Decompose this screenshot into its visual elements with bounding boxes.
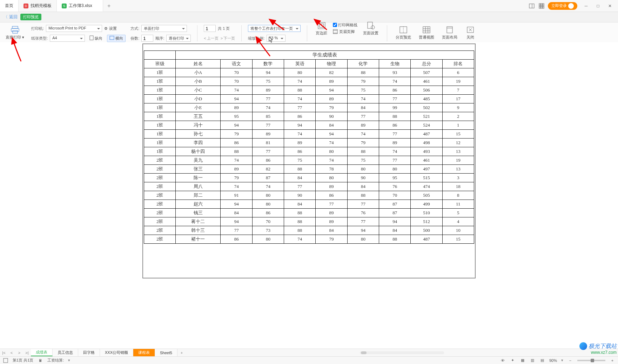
maximize-button[interactable]: □ bbox=[592, 0, 604, 12]
panel-icon[interactable] bbox=[528, 2, 535, 9]
app-tabs: 首页 D 找稻壳模板 S 工作簿3.xlsx + bbox=[0, 0, 526, 12]
page-layout-label: 页面布局 bbox=[442, 35, 457, 40]
close-icon bbox=[465, 25, 476, 34]
page-input[interactable] bbox=[204, 25, 216, 32]
printer-label: 打印机: bbox=[31, 26, 44, 31]
page-setup-label: 页面设置 bbox=[363, 31, 378, 36]
tab-home[interactable]: 首页 bbox=[0, 0, 19, 12]
page-setup-button[interactable]: 页面设置 bbox=[361, 20, 381, 36]
close-label: 关闭 bbox=[466, 35, 474, 40]
login-button[interactable]: 立即登录 bbox=[548, 2, 577, 10]
svg-rect-7 bbox=[543, 5, 544, 7]
normal-view-icon bbox=[421, 25, 432, 34]
svg-rect-25 bbox=[423, 27, 430, 33]
portrait-label: 纵向 bbox=[95, 36, 102, 41]
svg-point-22 bbox=[371, 26, 375, 29]
copies-input[interactable] bbox=[141, 35, 153, 42]
prev-page-button[interactable]: < 上一页 bbox=[204, 36, 218, 41]
page-break-preview-button[interactable]: 分页预览 bbox=[394, 25, 413, 41]
margins-button[interactable]: 页边距 bbox=[314, 20, 329, 36]
svg-rect-6 bbox=[541, 5, 542, 7]
print-preview-title: 打印预览 bbox=[20, 14, 41, 20]
header-footer-icon bbox=[333, 29, 338, 35]
close-preview-button[interactable]: 关闭 bbox=[463, 25, 478, 41]
printer-select[interactable]: Microsoft Print to PDF bbox=[46, 25, 102, 32]
page-nav-section: 共 1 页 < 上一页 > 下一页 bbox=[204, 25, 235, 42]
scale-section: 将整个工作表打印在一页 缩放比例: 83 % bbox=[248, 25, 301, 42]
svg-rect-17 bbox=[320, 24, 324, 27]
portrait-button[interactable]: 纵向 bbox=[87, 34, 105, 42]
breadcrumb-bar: 〈 返回 打印预览 bbox=[0, 12, 618, 22]
gridlines-check-input[interactable] bbox=[333, 23, 337, 27]
paper-select[interactable]: A4 bbox=[50, 35, 85, 42]
divider bbox=[307, 25, 307, 41]
window-controls: ─ □ ✕ bbox=[580, 0, 616, 12]
direct-print-button[interactable]: 直接打印 ▾ bbox=[4, 25, 26, 41]
svg-rect-14 bbox=[90, 36, 93, 40]
margins-icon bbox=[316, 21, 327, 30]
next-page-button[interactable]: > 下一页 bbox=[221, 36, 235, 41]
close-window-button[interactable]: ✕ bbox=[604, 0, 616, 12]
svg-rect-15 bbox=[110, 36, 114, 40]
svg-rect-4 bbox=[543, 4, 544, 5]
back-label: 返回 bbox=[9, 14, 18, 20]
margins-label: 页边距 bbox=[316, 31, 327, 36]
back-button[interactable]: 〈 返回 bbox=[4, 14, 18, 20]
layout-section: 页边距 打印网格线 页眉页脚 页面设置 bbox=[314, 25, 381, 32]
tab-document-label: 工作簿3.xlsx bbox=[69, 3, 92, 9]
tab-add-button[interactable]: + bbox=[103, 0, 115, 12]
divider bbox=[241, 25, 242, 41]
normal-view-button[interactable]: 普通视图 bbox=[417, 25, 436, 41]
settings-label: 设置 bbox=[109, 26, 117, 31]
print-gridlines-checkbox[interactable]: 打印网格线 bbox=[333, 22, 357, 28]
landscape-button[interactable]: 横向 bbox=[107, 35, 126, 42]
order-label: 顺序: bbox=[155, 36, 164, 41]
chevron-left-icon: 〈 bbox=[4, 14, 8, 20]
printer-icon bbox=[10, 25, 20, 34]
svg-rect-11 bbox=[12, 26, 18, 28]
page-layout-icon bbox=[444, 25, 455, 34]
login-label: 立即登录 bbox=[551, 3, 567, 8]
preview-area: 学生成绩表班级姓名语文数学英语物理化学生物总分排名1班小A70948082889… bbox=[0, 42, 618, 44]
tab-document[interactable]: S 工作簿3.xlsx bbox=[57, 0, 103, 12]
svg-rect-21 bbox=[368, 22, 372, 28]
svg-rect-8 bbox=[539, 7, 540, 8]
normal-view-label: 普通视图 bbox=[419, 35, 434, 40]
svg-rect-0 bbox=[529, 4, 534, 8]
minimize-button[interactable]: ─ bbox=[580, 0, 592, 12]
zoom-select[interactable]: 83 % bbox=[267, 35, 286, 42]
title-bar: 首页 D 找稻壳模板 S 工作簿3.xlsx + 立即登录 ─ □ ✕ bbox=[0, 0, 618, 12]
fit-select[interactable]: 将整个工作表打印在一页 bbox=[248, 25, 301, 32]
paper-label: 纸张类型: bbox=[31, 36, 48, 41]
portrait-icon bbox=[89, 35, 94, 41]
tab-home-label: 首页 bbox=[5, 3, 13, 9]
apps-icon[interactable] bbox=[538, 2, 545, 9]
divider bbox=[387, 25, 387, 41]
print-toolbar: 直接打印 ▾ 打印机: Microsoft Print to PDF ⚙ 设置 … bbox=[0, 22, 618, 44]
spreadsheet-icon: S bbox=[62, 4, 67, 8]
direct-print-label: 直接打印 ▾ bbox=[6, 35, 24, 40]
svg-rect-3 bbox=[541, 4, 542, 5]
svg-rect-10 bbox=[543, 7, 544, 8]
header-footer-button[interactable]: 页眉页脚 bbox=[333, 29, 357, 35]
page-layout-button[interactable]: 页面布局 bbox=[440, 25, 459, 41]
mode-select[interactable]: 单面打印 bbox=[141, 25, 187, 32]
page-total: 共 1 页 bbox=[218, 26, 230, 31]
svg-rect-16 bbox=[318, 22, 325, 29]
tab-template-label: 找稻壳模板 bbox=[31, 3, 52, 9]
svg-rect-2 bbox=[539, 4, 540, 5]
zoom-label: 缩放比例: bbox=[248, 36, 264, 41]
svg-rect-13 bbox=[13, 31, 18, 33]
settings-button[interactable]: ⚙ 设置 bbox=[104, 26, 117, 31]
paper-preview: 学生成绩表班级姓名语文数学英语物理化学生物总分排名1班小A70948082889… bbox=[142, 43, 476, 44]
tab-template[interactable]: D 找稻壳模板 bbox=[19, 0, 57, 12]
svg-rect-30 bbox=[447, 27, 452, 33]
daoke-icon: D bbox=[23, 4, 28, 8]
order-select[interactable]: 逐份打印 bbox=[166, 35, 191, 42]
avatar-icon bbox=[568, 3, 574, 9]
landscape-icon bbox=[109, 36, 114, 41]
mode-label: 方式: bbox=[130, 26, 139, 31]
gridlines-label: 打印网格线 bbox=[338, 22, 357, 28]
mode-section: 方式: 单面打印 份数: 顺序: 逐份打印 bbox=[130, 25, 191, 42]
page-setup-icon bbox=[365, 21, 376, 30]
